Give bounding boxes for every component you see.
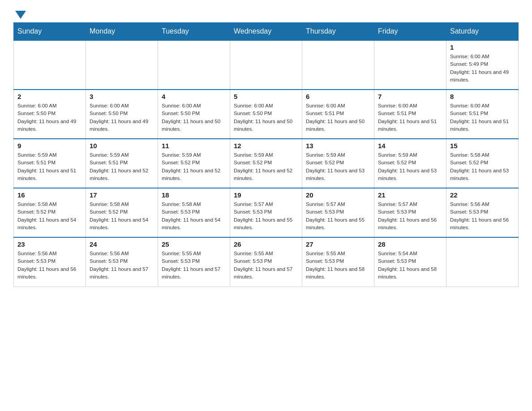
day-info: Sunrise: 6:00 AMSunset: 5:50 PMDaylight:…: [17, 102, 82, 133]
day-info: Sunrise: 6:00 AMSunset: 5:51 PMDaylight:…: [306, 102, 370, 133]
day-number: 19: [234, 191, 298, 199]
day-number: 12: [234, 142, 298, 150]
day-header-saturday: Saturday: [446, 23, 519, 41]
calendar-cell: 1Sunrise: 6:00 AMSunset: 5:49 PMDaylight…: [446, 40, 519, 90]
calendar-cell: 22Sunrise: 5:56 AMSunset: 5:53 PMDayligh…: [446, 188, 519, 237]
day-number: 9: [17, 142, 82, 150]
week-row-2: 2Sunrise: 6:00 AMSunset: 5:50 PMDaylight…: [14, 90, 519, 139]
day-info: Sunrise: 5:54 AMSunset: 5:53 PMDaylight:…: [378, 250, 442, 281]
day-header-thursday: Thursday: [302, 23, 374, 41]
day-number: 28: [378, 240, 442, 248]
week-row-3: 9Sunrise: 5:59 AMSunset: 5:51 PMDaylight…: [14, 139, 519, 188]
calendar-cell: 17Sunrise: 5:58 AMSunset: 5:52 PMDayligh…: [86, 188, 158, 237]
day-header-wednesday: Wednesday: [230, 23, 302, 41]
day-number: 11: [162, 142, 226, 150]
day-number: 18: [162, 191, 226, 199]
week-row-5: 23Sunrise: 5:56 AMSunset: 5:53 PMDayligh…: [14, 237, 519, 287]
calendar-cell: 8Sunrise: 6:00 AMSunset: 5:51 PMDaylight…: [446, 90, 519, 139]
calendar-cell: 28Sunrise: 5:54 AMSunset: 5:53 PMDayligh…: [374, 237, 446, 287]
calendar-cell: 16Sunrise: 5:58 AMSunset: 5:52 PMDayligh…: [14, 188, 86, 237]
day-info: Sunrise: 5:59 AMSunset: 5:52 PMDaylight:…: [306, 151, 370, 182]
day-info: Sunrise: 6:00 AMSunset: 5:50 PMDaylight:…: [234, 102, 298, 133]
calendar-cell: 26Sunrise: 5:55 AMSunset: 5:53 PMDayligh…: [230, 237, 302, 287]
calendar-cell: 19Sunrise: 5:57 AMSunset: 5:53 PMDayligh…: [230, 188, 302, 237]
day-number: 20: [306, 191, 370, 199]
day-header-tuesday: Tuesday: [158, 23, 230, 41]
day-info: Sunrise: 5:55 AMSunset: 5:53 PMDaylight:…: [234, 250, 298, 281]
calendar-cell: 18Sunrise: 5:58 AMSunset: 5:53 PMDayligh…: [158, 188, 230, 237]
day-number: 14: [378, 142, 442, 150]
day-number: 16: [17, 191, 82, 199]
day-info: Sunrise: 5:55 AMSunset: 5:53 PMDaylight:…: [162, 250, 226, 281]
day-info: Sunrise: 6:00 AMSunset: 5:51 PMDaylight:…: [378, 102, 442, 133]
calendar-cell: 2Sunrise: 6:00 AMSunset: 5:50 PMDaylight…: [14, 90, 86, 139]
day-number: 26: [234, 240, 298, 248]
day-info: Sunrise: 5:55 AMSunset: 5:53 PMDaylight:…: [306, 250, 370, 281]
calendar-cell: 12Sunrise: 5:59 AMSunset: 5:52 PMDayligh…: [230, 139, 302, 188]
day-header-sunday: Sunday: [14, 23, 86, 41]
header: [13, 9, 519, 18]
day-info: Sunrise: 5:58 AMSunset: 5:53 PMDaylight:…: [162, 201, 226, 231]
day-header-monday: Monday: [86, 23, 158, 41]
calendar-cell: 13Sunrise: 5:59 AMSunset: 5:52 PMDayligh…: [302, 139, 374, 188]
day-number: 25: [162, 240, 226, 248]
calendar-cell: 10Sunrise: 5:59 AMSunset: 5:51 PMDayligh…: [86, 139, 158, 188]
calendar-cell: 6Sunrise: 6:00 AMSunset: 5:51 PMDaylight…: [302, 90, 374, 139]
day-number: 2: [17, 93, 82, 100]
calendar-cell: [302, 40, 374, 90]
calendar-cell: [158, 40, 230, 90]
day-info: Sunrise: 5:59 AMSunset: 5:51 PMDaylight:…: [90, 151, 154, 182]
logo-arrow-icon: [15, 11, 26, 19]
calendar-cell: 5Sunrise: 6:00 AMSunset: 5:50 PMDaylight…: [230, 90, 302, 139]
day-info: Sunrise: 6:00 AMSunset: 5:50 PMDaylight:…: [90, 102, 154, 133]
calendar-cell: 24Sunrise: 5:56 AMSunset: 5:53 PMDayligh…: [86, 237, 158, 287]
calendar-cell: 11Sunrise: 5:59 AMSunset: 5:52 PMDayligh…: [158, 139, 230, 188]
day-info: Sunrise: 5:58 AMSunset: 5:52 PMDaylight:…: [90, 201, 154, 231]
day-info: Sunrise: 5:57 AMSunset: 5:53 PMDaylight:…: [306, 201, 370, 231]
calendar-cell: 23Sunrise: 5:56 AMSunset: 5:53 PMDayligh…: [14, 237, 86, 287]
day-number: 13: [306, 142, 370, 150]
day-info: Sunrise: 5:56 AMSunset: 5:53 PMDaylight:…: [90, 250, 154, 281]
day-info: Sunrise: 5:58 AMSunset: 5:52 PMDaylight:…: [17, 201, 82, 231]
calendar-cell: [230, 40, 302, 90]
day-number: 6: [306, 93, 370, 100]
calendar-cell: [374, 40, 446, 90]
calendar-cell: [446, 237, 519, 287]
day-number: 27: [306, 240, 370, 248]
header-row: SundayMondayTuesdayWednesdayThursdayFrid…: [14, 23, 519, 41]
day-number: 10: [90, 142, 154, 150]
calendar-cell: 7Sunrise: 6:00 AMSunset: 5:51 PMDaylight…: [374, 90, 446, 139]
day-info: Sunrise: 5:59 AMSunset: 5:52 PMDaylight:…: [162, 151, 226, 182]
day-info: Sunrise: 6:00 AMSunset: 5:51 PMDaylight:…: [450, 102, 515, 133]
calendar-cell: 25Sunrise: 5:55 AMSunset: 5:53 PMDayligh…: [158, 237, 230, 287]
day-info: Sunrise: 6:00 AMSunset: 5:50 PMDaylight:…: [162, 102, 226, 133]
day-number: 1: [450, 43, 515, 51]
day-info: Sunrise: 5:59 AMSunset: 5:52 PMDaylight:…: [378, 151, 442, 182]
calendar-table: SundayMondayTuesdayWednesdayThursdayFrid…: [13, 22, 519, 287]
day-number: 5: [234, 93, 298, 100]
day-info: Sunrise: 6:00 AMSunset: 5:49 PMDaylight:…: [450, 53, 515, 84]
day-number: 4: [162, 93, 226, 100]
calendar-cell: 3Sunrise: 6:00 AMSunset: 5:50 PMDaylight…: [86, 90, 158, 139]
calendar-cell: 15Sunrise: 5:58 AMSunset: 5:52 PMDayligh…: [446, 139, 519, 188]
day-number: 3: [90, 93, 154, 100]
day-number: 24: [90, 240, 154, 248]
calendar-cell: 21Sunrise: 5:57 AMSunset: 5:53 PMDayligh…: [374, 188, 446, 237]
day-info: Sunrise: 5:57 AMSunset: 5:53 PMDaylight:…: [378, 201, 442, 231]
day-info: Sunrise: 5:58 AMSunset: 5:52 PMDaylight:…: [450, 151, 515, 182]
calendar-cell: 20Sunrise: 5:57 AMSunset: 5:53 PMDayligh…: [302, 188, 374, 237]
day-info: Sunrise: 5:57 AMSunset: 5:53 PMDaylight:…: [234, 201, 298, 231]
calendar-cell: 9Sunrise: 5:59 AMSunset: 5:51 PMDaylight…: [14, 139, 86, 188]
logo: [13, 9, 26, 18]
calendar-cell: 27Sunrise: 5:55 AMSunset: 5:53 PMDayligh…: [302, 237, 374, 287]
day-number: 22: [450, 191, 515, 199]
calendar-cell: 14Sunrise: 5:59 AMSunset: 5:52 PMDayligh…: [374, 139, 446, 188]
day-number: 7: [378, 93, 442, 100]
calendar-cell: [86, 40, 158, 90]
day-number: 21: [378, 191, 442, 199]
calendar-cell: 4Sunrise: 6:00 AMSunset: 5:50 PMDaylight…: [158, 90, 230, 139]
day-number: 23: [17, 240, 82, 248]
day-header-friday: Friday: [374, 23, 446, 41]
week-row-1: 1Sunrise: 6:00 AMSunset: 5:49 PMDaylight…: [14, 40, 519, 90]
day-info: Sunrise: 5:59 AMSunset: 5:52 PMDaylight:…: [234, 151, 298, 182]
